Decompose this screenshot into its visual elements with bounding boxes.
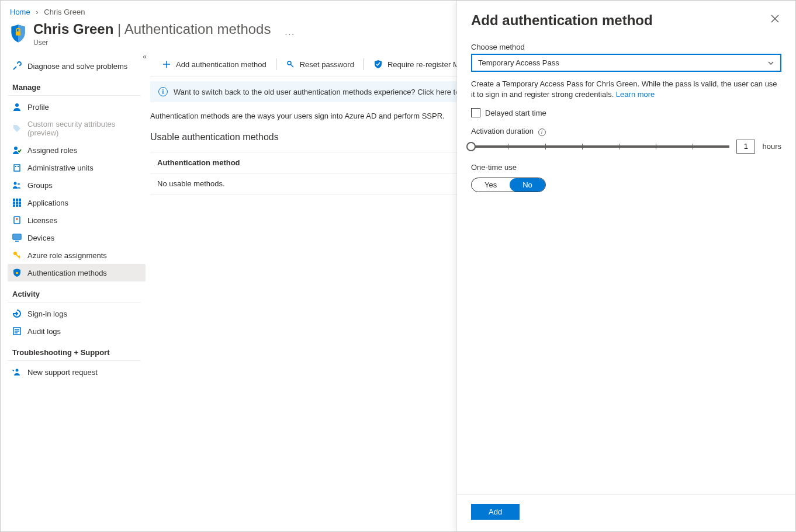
choose-method-label: Choose method: [471, 43, 781, 51]
monitor-icon: [12, 233, 22, 242]
add-auth-method-button[interactable]: Add authentication method: [155, 56, 274, 72]
learn-more-link[interactable]: Learn more: [616, 90, 655, 99]
sidebar-item-diagnose[interactable]: Diagnose and solve problems: [8, 57, 146, 75]
activation-slider[interactable]: [471, 140, 729, 154]
shield-check-icon: [373, 60, 383, 69]
help-text: Create a Temporary Access Pass for Chris…: [471, 79, 781, 100]
reset-password-button[interactable]: Reset password: [279, 56, 361, 72]
sidebar-item-label: Authentication methods: [27, 269, 107, 277]
svg-rect-16: [19, 204, 21, 207]
require-reregister-button[interactable]: Require re-register M: [366, 56, 466, 72]
delayed-start-label: Delayed start time: [485, 109, 546, 117]
svg-rect-5: [18, 166, 19, 167]
svg-rect-4: [15, 166, 16, 167]
person-icon: [12, 102, 22, 112]
svg-rect-20: [13, 235, 20, 239]
collapse-sidebar-button[interactable]: «: [143, 53, 147, 61]
breadcrumb-separator: ›: [36, 8, 38, 16]
toolbar-label: Reset password: [300, 60, 354, 69]
close-icon: [771, 15, 779, 23]
sidebar-item-label: Assigned roles: [27, 146, 77, 155]
sidebar-item-label: Sign-in logs: [27, 310, 67, 318]
choose-method-dropdown[interactable]: Temporary Access Pass: [471, 54, 781, 72]
badge-icon: [12, 215, 22, 225]
svg-rect-14: [13, 204, 15, 207]
sidebar-section-activity: Activity: [8, 281, 141, 302]
info-icon: i: [158, 87, 168, 96]
chevron-down-icon: [767, 60, 774, 67]
add-auth-panel: Add authentication method Choose method …: [456, 1, 795, 531]
sidebar-item-groups[interactable]: Groups: [8, 176, 146, 194]
delayed-start-checkbox[interactable]: [471, 108, 480, 117]
sidebar-item-label: Groups: [27, 181, 53, 190]
banner-text: Want to switch back to the old user auth…: [174, 88, 459, 96]
toolbar-separator: [276, 58, 276, 70]
sidebar-item-devices[interactable]: Devices: [8, 229, 146, 246]
sidebar-item-assigned-roles[interactable]: Assigned roles: [8, 141, 146, 159]
onetime-label: One-time use: [471, 163, 781, 172]
sidebar-item-label: Custom security attributes (preview): [27, 120, 139, 137]
svg-rect-10: [19, 199, 21, 201]
more-button[interactable]: ···: [282, 27, 297, 41]
page-title: Chris Green | Authentication methods: [33, 21, 271, 37]
sidebar-item-admin-units[interactable]: Administrative units: [8, 159, 146, 176]
sidebar-item-applications[interactable]: Applications: [8, 194, 146, 211]
svg-rect-0: [16, 32, 20, 36]
svg-point-24: [16, 369, 19, 372]
svg-rect-3: [14, 165, 20, 171]
people-icon: [12, 180, 22, 190]
support-icon: [12, 367, 22, 377]
svg-rect-8: [13, 199, 15, 201]
toolbar-label: Require re-register M: [387, 60, 459, 69]
svg-rect-15: [16, 204, 18, 207]
sidebar: « Diagnose and solve problems Manage Pro…: [1, 53, 150, 531]
shield-icon: [10, 24, 26, 44]
slider-thumb[interactable]: [466, 142, 476, 151]
duration-input[interactable]: [736, 140, 755, 154]
toolbar-separator: [364, 58, 364, 70]
sidebar-item-label: Azure role assignments: [27, 251, 107, 260]
shield-lock-icon: [12, 268, 22, 277]
sidebar-item-new-support[interactable]: New support request: [8, 363, 146, 381]
dropdown-value: Temporary Access Pass: [478, 58, 559, 67]
sidebar-section-manage: Manage: [8, 75, 141, 96]
key-icon: [12, 251, 22, 260]
toggle-yes[interactable]: Yes: [472, 178, 510, 192]
sidebar-item-licenses[interactable]: Licenses: [8, 211, 146, 229]
sidebar-item-signin-logs[interactable]: Sign-in logs: [8, 305, 146, 322]
sidebar-section-troubleshooting: Troubleshooting + Support: [8, 340, 141, 361]
toggle-no[interactable]: No: [510, 178, 545, 192]
sidebar-item-label: Applications: [27, 199, 68, 207]
info-icon[interactable]: i: [538, 128, 546, 136]
sidebar-item-audit-logs[interactable]: Audit logs: [8, 322, 146, 340]
svg-rect-17: [14, 217, 20, 224]
hours-label: hours: [762, 142, 781, 151]
sidebar-item-label: New support request: [27, 368, 98, 377]
svg-rect-13: [19, 201, 21, 204]
building-icon: [12, 163, 22, 172]
wrench-icon: [12, 61, 22, 71]
sidebar-item-azure-roles[interactable]: Azure role assignments: [8, 246, 146, 264]
breadcrumb-current: Chris Green: [44, 8, 85, 16]
add-button[interactable]: Add: [471, 504, 520, 520]
key-reset-icon: [286, 60, 295, 69]
breadcrumb-home[interactable]: Home: [10, 8, 30, 16]
sidebar-item-profile[interactable]: Profile: [8, 98, 146, 116]
svg-point-18: [16, 218, 18, 220]
svg-rect-12: [16, 201, 18, 204]
sidebar-item-auth-methods[interactable]: Authentication methods: [8, 264, 146, 281]
tag-icon: [12, 124, 22, 133]
sidebar-item-label: Diagnose and solve problems: [27, 62, 127, 71]
sidebar-item-custom-attrs: Custom security attributes (preview): [8, 116, 146, 141]
svg-rect-11: [13, 201, 15, 204]
signin-icon: [12, 309, 22, 318]
list-icon: [12, 326, 22, 336]
panel-title: Add authentication method: [471, 12, 653, 29]
onetime-toggle[interactable]: Yes No: [471, 178, 546, 192]
sidebar-item-label: Administrative units: [27, 164, 94, 172]
person-check-icon: [12, 145, 22, 155]
svg-point-2: [14, 147, 18, 150]
sidebar-item-label: Profile: [27, 103, 49, 112]
close-button[interactable]: [769, 12, 781, 25]
toolbar-label: Add authentication method: [176, 60, 267, 69]
